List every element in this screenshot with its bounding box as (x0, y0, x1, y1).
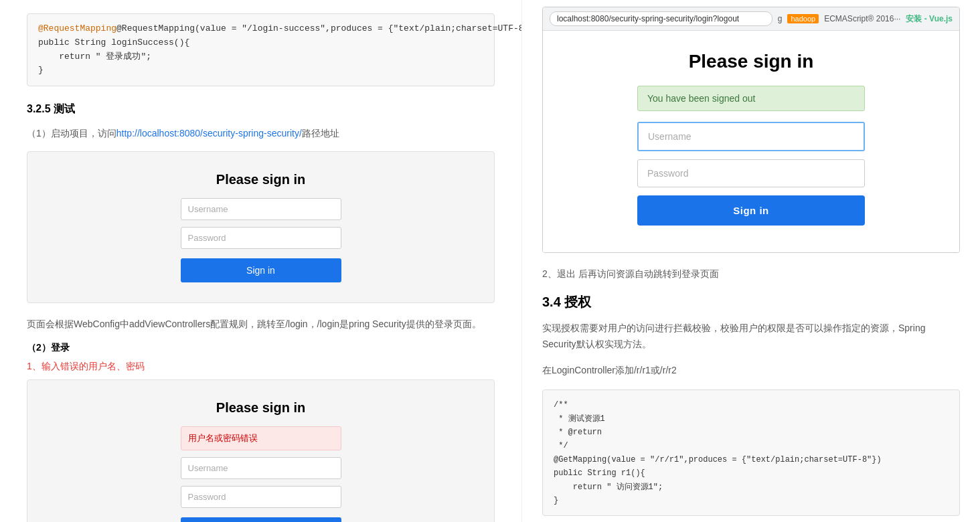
annotation-request-mapping: @RequestMapping (38, 23, 116, 33)
section-34-heading: 3.4 授权 (542, 293, 960, 311)
section-325-label: 3.2.5 测试 (27, 103, 75, 114)
step1-link[interactable]: http://localhost:8080/security-spring-se… (116, 128, 302, 139)
bookmark-g: g (778, 14, 783, 23)
browser-bookmarks: g hadoop ECMAScript® 2016··· 安装 - Vue.js (778, 13, 953, 25)
login-title-1: Please sign in (216, 172, 305, 187)
left-panel: @RequestMapping@RequestMapping(value = "… (0, 0, 522, 522)
bookmark-ecma[interactable]: ECMAScript® 2016··· (824, 14, 900, 23)
section-325-heading: 3.2.5 测试 (27, 102, 495, 116)
section-34-para2: 在LoginController添加/r/r1或/r/r2 (542, 363, 960, 379)
username-input-2[interactable] (181, 457, 341, 479)
section-34-para1: 实现授权需要对用户的访问进行拦截校验，校验用户的权限是否可以操作指定的资源，Sp… (542, 321, 960, 353)
step1-paragraph: （1）启动项目，访问http://localhost:8080/security… (27, 126, 495, 142)
browser-toolbar: localhost:8080/security-spring-security/… (543, 7, 959, 31)
right-panel: localhost:8080/security-spring-security/… (522, 0, 980, 522)
sign-in-button-1[interactable]: Sign in (181, 258, 341, 282)
browser-sign-in-button[interactable]: Sign in (637, 195, 865, 226)
code-block-login-success: @RequestMapping@RequestMapping(value = "… (27, 13, 495, 86)
signed-out-banner: You have been signed out (637, 86, 865, 111)
numbered-item-1: 1、输入错误的用户名、密码 (27, 361, 495, 373)
code-comment-resource: 测试资源1 (568, 414, 605, 424)
code-line4: } (38, 65, 44, 75)
password-input-2[interactable] (181, 486, 341, 508)
username-input-1[interactable] (181, 198, 341, 220)
step1-text-before: （1）启动项目，访问 (27, 128, 116, 139)
password-input-1[interactable] (181, 227, 341, 249)
sign-in-button-2[interactable]: Sign in (181, 517, 341, 522)
browser-mockup: localhost:8080/security-spring-security/… (542, 7, 960, 253)
code-line2: public String loginSuccess(){ (38, 37, 189, 48)
login-box-2: Please sign in 用户名或密码错误 Sign in (27, 379, 495, 522)
code-line1: @RequestMapping(value = "/login-success"… (116, 23, 522, 33)
login-title-2: Please sign in (216, 400, 305, 416)
login-error-box: 用户名或密码错误 (181, 426, 341, 450)
browser-login-title: Please sign in (689, 51, 814, 72)
browser-login-page: Please sign in You have been signed out … (543, 31, 959, 252)
step2-heading: （2）登录 (27, 342, 495, 354)
login-box-1: Please sign in Sign in (27, 151, 495, 303)
browser-password-input[interactable] (637, 159, 865, 187)
right-step2-text: 2、退出 后再访问资源自动跳转到登录页面 (542, 266, 960, 282)
code-block-r1: /** * 测试资源1 * @return */ @GetMapping(val… (542, 389, 960, 516)
paragraph-after-login1: 页面会根据WebConfig中addViewControllers配置规则，跳转… (27, 317, 495, 333)
step1-text-after: 路径地址 (302, 128, 339, 139)
bookmark-hadoop[interactable]: hadoop (787, 14, 819, 23)
browser-username-input[interactable] (637, 122, 865, 151)
bookmark-vue[interactable]: 安装 - Vue.js (906, 13, 953, 25)
browser-url-bar[interactable]: localhost:8080/security-spring-security/… (550, 11, 772, 26)
code-line3: return " 登录成功"; (38, 52, 151, 62)
